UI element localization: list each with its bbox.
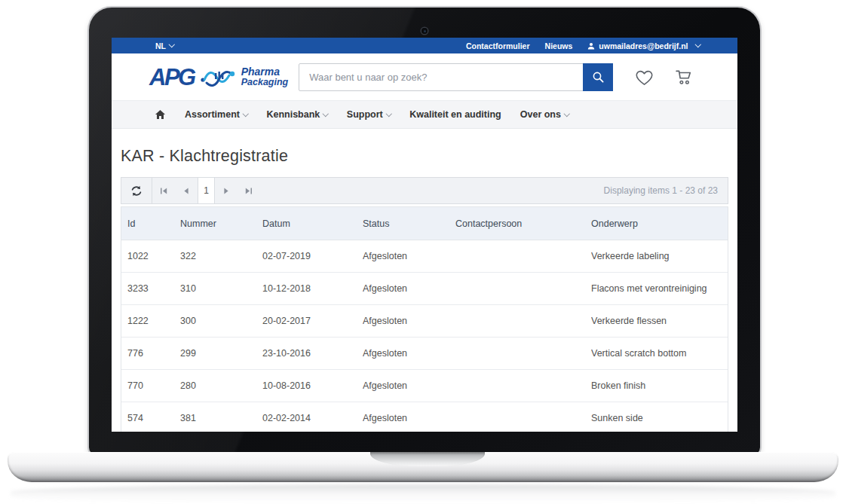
next-page-icon: [222, 187, 231, 195]
chevron-down-icon: [564, 111, 570, 117]
cell-status: Afgesloten: [363, 251, 455, 261]
laptop-base: [8, 452, 838, 482]
table-row[interactable]: 3233 310 10-12-2018 Afgesloten Flacons m…: [121, 273, 728, 305]
cell-datum: 10-08-2016: [262, 380, 363, 391]
person-icon: [587, 42, 595, 50]
next-page-button[interactable]: [215, 178, 238, 203]
cell-onderwerp: Verkeerde labeling: [591, 251, 728, 261]
dna-helix-icon: [200, 64, 236, 90]
topbar-link-nieuws[interactable]: Nieuws: [545, 41, 573, 50]
shopping-cart-icon: [673, 67, 694, 87]
wishlist-button[interactable]: [634, 68, 654, 87]
page-content: KAR - Klachtregistratie 1: [112, 147, 737, 432]
magnifier-icon: [592, 71, 605, 84]
cell-status: Afgesloten: [363, 316, 455, 326]
cart-button[interactable]: [673, 67, 694, 87]
account-email: uwmailadres@bedrijf.nl: [599, 41, 688, 50]
chevron-down-icon: [243, 111, 249, 117]
complaints-table: Id Nummer Datum Status Contactpersoon On…: [121, 206, 728, 432]
home-icon: [155, 109, 166, 120]
first-page-button[interactable]: [152, 178, 175, 203]
cell-id: 1222: [127, 316, 180, 326]
search-input[interactable]: [299, 64, 584, 90]
topbar-links: Contactformulier Nieuws uwmailadres@bedr…: [466, 41, 737, 50]
search-bar: [299, 63, 613, 91]
logo-tagline: Pharma Packaging: [241, 66, 289, 87]
logo-acronym: APG: [149, 66, 195, 89]
header-icons: [634, 67, 737, 87]
laptop-screen: NL Contactformulier Nieuws uwmailadres@b…: [112, 38, 737, 432]
last-page-icon: [244, 187, 253, 195]
laptop-reflection: [11, 484, 835, 504]
cell-status: Afgesloten: [363, 380, 455, 391]
cell-onderwerp: Flacons met verontreiniging: [591, 283, 728, 294]
cell-nummer: 310: [180, 283, 262, 294]
cell-datum: 23-10-2016: [262, 348, 363, 359]
site-logo[interactable]: APG Pharma Packaging: [149, 64, 288, 90]
chevron-down-icon: [694, 41, 700, 47]
table-row[interactable]: 1222 300 20-02-2017 Afgesloten Verkeerde…: [121, 305, 728, 338]
cell-status: Afgesloten: [363, 348, 455, 359]
cell-nummer: 299: [180, 348, 262, 359]
nav-home[interactable]: [155, 109, 166, 120]
table-row[interactable]: 574 381 02-02-2014 Afgesloten Sunken sid…: [121, 402, 728, 432]
cell-onderwerp: Vertical scratch bottom: [591, 348, 728, 359]
laptop-lid-notch: [370, 452, 485, 466]
nav-item-label: Over ons: [520, 109, 561, 120]
table-body: 1022 322 02-07-2019 Afgesloten Verkeerde…: [121, 240, 728, 432]
nav-item-label: Support: [347, 109, 383, 120]
cell-nummer: 381: [180, 413, 262, 423]
cell-onderwerp: Verkeerde flessen: [591, 316, 728, 326]
grid-toolbar: 1 Displaying items 1 - 23 of 23: [121, 177, 728, 204]
account-menu[interactable]: uwmailadres@bedrijf.nl: [587, 41, 700, 50]
nav-item-label: Assortiment: [185, 109, 240, 120]
main-nav: Assortiment Kennisbank Support Kwaliteit…: [112, 100, 737, 129]
cell-nummer: 280: [180, 380, 262, 391]
nav-item[interactable]: Support: [347, 109, 391, 120]
table-header-row: Id Nummer Datum Status Contactpersoon On…: [121, 207, 728, 240]
column-header[interactable]: Nummer: [180, 218, 262, 229]
cell-id: 3233: [127, 283, 180, 294]
previous-page-icon: [182, 187, 191, 195]
heart-icon: [634, 68, 654, 87]
table-row[interactable]: 770 280 10-08-2016 Afgesloten Broken fin…: [121, 370, 728, 402]
previous-page-button[interactable]: [175, 178, 198, 203]
refresh-button[interactable]: [121, 178, 152, 203]
column-header[interactable]: Contactpersoon: [455, 218, 591, 229]
pager: 1: [152, 178, 260, 203]
column-header[interactable]: Status: [363, 218, 455, 229]
last-page-button[interactable]: [238, 178, 260, 203]
chevron-down-icon: [169, 41, 175, 47]
chevron-down-icon: [386, 111, 392, 117]
cell-datum: 02-02-2014: [262, 413, 363, 423]
nav-item[interactable]: Assortiment: [185, 109, 247, 120]
page-title: KAR - Klachtregistratie: [121, 147, 728, 166]
column-header[interactable]: Datum: [262, 218, 363, 229]
nav-item[interactable]: Kwaliteit en auditing: [409, 109, 501, 120]
chevron-down-icon: [323, 111, 329, 117]
nav-item[interactable]: Over ons: [520, 109, 569, 120]
logo-tagline-line1: Pharma: [241, 66, 289, 78]
cell-datum: 02-07-2019: [262, 251, 363, 261]
cell-id: 776: [127, 348, 180, 359]
language-label: NL: [155, 41, 166, 50]
webcam-icon: [421, 28, 428, 34]
cell-status: Afgesloten: [363, 283, 455, 294]
table-row[interactable]: 1022 322 02-07-2019 Afgesloten Verkeerde…: [121, 240, 728, 273]
logo-tagline-line2: Packaging: [241, 78, 289, 87]
cell-datum: 20-02-2017: [262, 316, 363, 326]
nav-item-label: Kwaliteit en auditing: [409, 109, 501, 120]
column-header[interactable]: Id: [127, 218, 180, 229]
cell-id: 574: [127, 413, 180, 423]
column-header[interactable]: Onderwerp: [591, 218, 728, 229]
cell-nummer: 322: [180, 251, 262, 261]
cell-id: 770: [127, 380, 180, 391]
search-button[interactable]: [583, 63, 613, 91]
current-page-indicator[interactable]: 1: [198, 178, 215, 203]
table-row[interactable]: 776 299 23-10-2016 Afgesloten Vertical s…: [121, 338, 728, 370]
first-page-icon: [159, 187, 168, 195]
nav-item[interactable]: Kennisbank: [266, 109, 327, 120]
topbar-link-contactformulier[interactable]: Contactformulier: [466, 41, 530, 50]
language-selector[interactable]: NL: [155, 41, 174, 50]
site-header: APG Pharma Packaging: [112, 53, 737, 100]
